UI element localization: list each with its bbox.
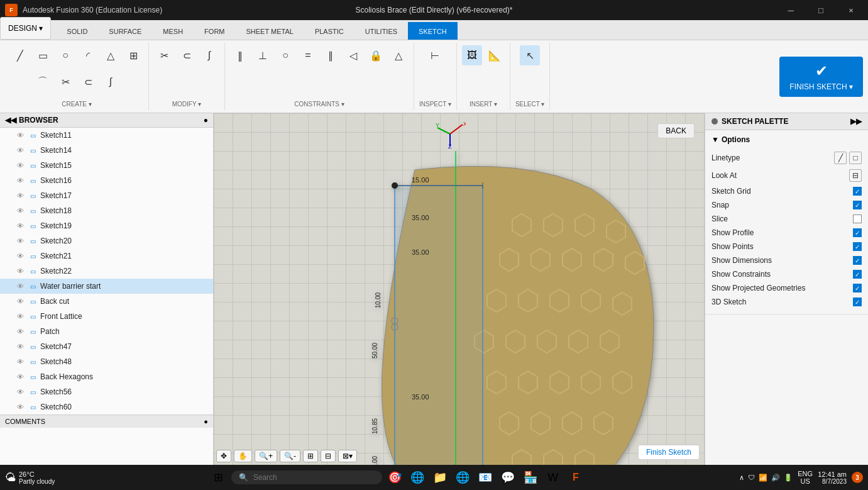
linetype-btn1[interactable]: ╱ (834, 152, 847, 164)
eye-icon[interactable]: 👁 (15, 251, 25, 261)
eye-icon[interactable]: 👁 (15, 236, 25, 246)
taskbar-app-widgets[interactable]: 🎯 (385, 467, 405, 487)
browser-item-sketch11[interactable]: 👁 ▭ Sketch11 (0, 128, 213, 143)
tab-plastic[interactable]: PLASTIC (304, 22, 354, 40)
tray-expand[interactable]: ∧ (739, 474, 744, 482)
constraint-tool-5[interactable]: ∥ (321, 45, 341, 65)
finish-sketch-button[interactable]: ✔ FINISH SKETCH ▾ (779, 57, 863, 97)
taskbar-search-bar[interactable]: 🔍 (231, 471, 382, 484)
eye-icon[interactable]: 👁 (15, 342, 25, 352)
slice-checkbox[interactable] (853, 214, 862, 223)
3d-sketch-checkbox[interactable]: ✓ (853, 298, 862, 306)
eye-icon[interactable]: 👁 (15, 130, 25, 140)
constraint-tool-4[interactable]: = (298, 45, 318, 65)
tab-utilities[interactable]: UTILITIES (354, 22, 408, 40)
minimize-button[interactable]: ─ (776, 0, 805, 20)
browser-close-icon[interactable]: ● (204, 116, 208, 125)
constraint-tool-6[interactable]: ◁ (343, 45, 363, 65)
browser-item-sketch17[interactable]: 👁 ▭ Sketch17 (0, 188, 213, 203)
eye-icon[interactable]: 👁 (15, 160, 25, 170)
language-region[interactable]: ENG US (798, 470, 813, 485)
constraint-tool-2[interactable]: ⊥ (253, 45, 273, 65)
notification-badge[interactable]: 3 (852, 472, 863, 483)
browser-item-back-cut[interactable]: 👁 ▭ Back cut (0, 294, 213, 309)
more-settings[interactable]: ⊠▾ (338, 450, 357, 462)
circle-tool[interactable]: ○ (55, 45, 75, 65)
constraint-tool-3[interactable]: ○ (275, 45, 295, 65)
palette-expand-icon[interactable]: ▶▶ (850, 117, 862, 126)
back-button[interactable]: BACK (657, 123, 695, 138)
zoom-in-tool[interactable]: 🔍+ (255, 450, 277, 462)
tray-battery[interactable]: 🔋 (784, 474, 793, 482)
arc-tool[interactable]: ◜ (78, 45, 98, 65)
taskbar-app-word[interactable]: W (543, 467, 563, 487)
close-button[interactable]: × (837, 0, 865, 20)
eye-icon[interactable]: 👁 (15, 311, 25, 321)
mirror-tool[interactable]: ∫ (101, 72, 121, 92)
line-tool[interactable]: ╱ (10, 45, 30, 65)
viewport[interactable]: 15.00 35.00 35.00 10.00 50.00 35.00 10.8… (214, 113, 705, 465)
display-settings[interactable]: ⊞ (303, 450, 318, 462)
eye-icon[interactable]: 👁 (15, 402, 25, 412)
taskbar-app-outlook[interactable]: 📧 (475, 467, 495, 487)
taskbar-app-files[interactable]: 📁 (430, 467, 450, 487)
snap-checkbox[interactable]: ✓ (853, 201, 862, 209)
tray-antivirus[interactable]: 🛡 (748, 474, 755, 481)
tab-form[interactable]: FORM (194, 22, 235, 40)
taskbar-app-fusion[interactable]: F (566, 467, 586, 487)
pan-tool[interactable]: ✋ (234, 450, 252, 462)
eye-icon[interactable]: 👁 (15, 387, 25, 397)
tray-network[interactable]: 📶 (759, 474, 767, 482)
finish-sketch-bottom-button[interactable]: Finish Sketch (638, 445, 700, 460)
comments-expand-icon[interactable]: ● (204, 418, 208, 425)
show-dimensions-checkbox[interactable]: ✓ (853, 256, 862, 265)
linetype-btn2[interactable]: □ (849, 152, 862, 164)
browser-item-front-lattice[interactable]: 👁 ▭ Front Lattice (0, 309, 213, 324)
show-points-checkbox[interactable]: ✓ (853, 242, 862, 251)
browser-item-sketch14[interactable]: 👁 ▭ Sketch14 (0, 143, 213, 158)
browser-item-sketch47[interactable]: 👁 ▭ Sketch47 (0, 339, 213, 354)
offset-tool[interactable]: ⊂ (78, 72, 98, 92)
taskbar-app-chrome[interactable]: 🌐 (453, 467, 473, 487)
browser-item-sketch22[interactable]: 👁 ▭ Sketch22 (0, 264, 213, 279)
eye-icon[interactable]: 👁 (15, 266, 25, 276)
taskbar-app-edge[interactable]: 🌐 (407, 467, 427, 487)
tab-solid[interactable]: SOLID (56, 22, 98, 40)
taskbar-weather[interactable]: 🌤 26°C Partly cloudy (5, 471, 55, 485)
browser-item-back-hexagons[interactable]: 👁 ▭ Back Hexagons (0, 369, 213, 384)
insert-image-tool[interactable]: 🖼 (462, 45, 482, 65)
eye-icon[interactable]: 👁 (15, 145, 25, 155)
browser-item-sketch60[interactable]: 👁 ▭ Sketch60 (0, 399, 213, 415)
eye-icon[interactable]: 👁 (15, 326, 25, 337)
show-profile-checkbox[interactable]: ✓ (853, 228, 862, 237)
grid-settings[interactable]: ⊟ (321, 450, 336, 462)
eye-icon[interactable]: 👁 (15, 221, 25, 231)
browser-item-sketch48[interactable]: 👁 ▭ Sketch48 (0, 354, 213, 369)
maximize-button[interactable]: □ (806, 0, 835, 20)
rectangle-tool[interactable]: ▭ (33, 45, 53, 65)
clock[interactable]: 12:41 am 8/7/2023 (818, 471, 847, 485)
constraint-tool-1[interactable]: ‖ (230, 45, 250, 65)
eye-icon[interactable]: 👁 (15, 296, 25, 306)
taskbar-app-teams[interactable]: 💬 (498, 467, 518, 487)
eye-icon[interactable]: 👁 (15, 281, 25, 291)
browser-collapse-icon[interactable]: ◀◀ (5, 116, 16, 125)
browser-item-sketch21[interactable]: 👁 ▭ Sketch21 (0, 248, 213, 264)
eye-icon[interactable]: 👁 (15, 372, 25, 382)
taskbar-app-store[interactable]: 🏪 (520, 467, 541, 487)
select-tool[interactable]: ↖ (520, 45, 540, 65)
browser-item-patch[interactable]: 👁 ▭ Patch (0, 324, 213, 339)
tab-mesh[interactable]: MESH (152, 22, 194, 40)
inspect-tool-1[interactable]: ⊢ (425, 45, 445, 65)
construction-tool[interactable]: ⊞ (123, 45, 143, 65)
show-constraints-checkbox[interactable]: ✓ (853, 270, 862, 279)
polygon-tool[interactable]: △ (101, 45, 121, 65)
browser-item-sketch19[interactable]: 👁 ▭ Sketch19 (0, 218, 213, 233)
eye-icon[interactable]: 👁 (15, 191, 25, 201)
look-at-btn[interactable]: ⊟ (849, 169, 862, 182)
sketch-grid-checkbox[interactable]: ✓ (853, 187, 862, 196)
fillet-tool[interactable]: ⌒ (33, 72, 53, 92)
tray-volume[interactable]: 🔊 (771, 474, 780, 482)
tab-surface[interactable]: SURFACE (98, 22, 152, 40)
design-button[interactable]: DESIGN ▾ (0, 17, 51, 40)
